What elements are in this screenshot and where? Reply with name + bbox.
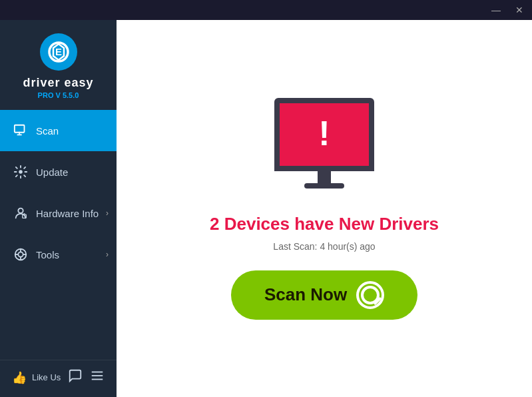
hardware-info-chevron-icon: › [106, 208, 109, 218]
app-version-label: PRO V 5.5.0 [38, 91, 79, 99]
like-us-button[interactable]: 👍 Like Us [12, 370, 61, 385]
svg-point-6 [18, 208, 23, 213]
update-nav-label: Update [36, 167, 68, 178]
content-area: ! 2 Devices have New Drivers Last Scan: … [117, 20, 532, 397]
like-us-label: Like Us [32, 372, 61, 382]
sidebar-footer: 👍 Like Us [0, 360, 117, 397]
exclamation-icon: ! [318, 116, 330, 151]
svg-rect-3 [17, 135, 22, 136]
tools-chevron-icon: › [106, 250, 109, 259]
svg-rect-2 [15, 125, 25, 133]
sidebar-item-scan[interactable]: Scan [0, 110, 117, 151]
thumb-up-icon: 👍 [12, 370, 27, 385]
svg-text:E: E [55, 46, 61, 57]
main-layout: E driver easy PRO V 5.5.0 Scan [0, 20, 532, 397]
app-logo-icon: E [40, 33, 77, 71]
sidebar-item-tools[interactable]: Tools › [0, 234, 117, 275]
sidebar-item-update[interactable]: Update [0, 151, 117, 193]
minimize-button[interactable]: — [488, 4, 504, 16]
scan-search-icon [356, 281, 384, 309]
headline-text: 2 Devices have New Drivers [210, 214, 439, 234]
sidebar: E driver easy PRO V 5.5.0 Scan [0, 20, 117, 397]
tools-nav-icon [12, 246, 29, 263]
title-bar: — ✕ [0, 0, 532, 20]
monitor-screen: ! [274, 98, 374, 171]
sidebar-nav: Scan Update [0, 110, 117, 360]
scan-now-button[interactable]: Scan Now [231, 270, 417, 320]
svg-rect-4 [19, 132, 20, 135]
last-scan-text: Last Scan: 4 hour(s) ago [273, 241, 375, 252]
menu-icon[interactable] [90, 368, 105, 386]
hardware-info-nav-label: Hardware Info [36, 208, 99, 219]
svg-point-5 [19, 170, 23, 174]
sidebar-header: E driver easy PRO V 5.5.0 [0, 20, 117, 110]
close-button[interactable]: ✕ [512, 4, 527, 16]
tools-nav-label: Tools [36, 249, 59, 260]
scan-nav-label: Scan [36, 125, 59, 137]
monitor-neck [318, 171, 331, 183]
monitor-illustration: ! [268, 98, 381, 198]
app-name-label: driver easy [23, 76, 93, 90]
update-nav-icon [12, 163, 29, 181]
hardware-info-nav-icon [12, 204, 29, 222]
sidebar-item-hardware-info[interactable]: Hardware Info › [0, 193, 117, 234]
scan-now-label: Scan Now [264, 284, 347, 305]
scan-nav-icon [12, 122, 29, 139]
monitor-stand [304, 183, 344, 189]
feedback-icon[interactable] [68, 368, 83, 386]
svg-point-10 [18, 252, 23, 256]
